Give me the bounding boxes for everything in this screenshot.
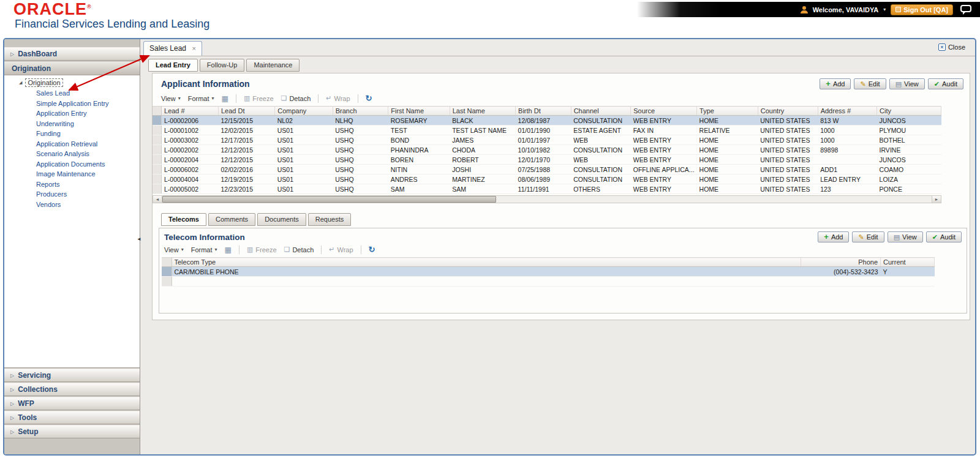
column-header-telecom-type[interactable]: Telecom Type: [172, 258, 801, 267]
export-icon[interactable]: ▦: [222, 94, 228, 103]
column-header-phone[interactable]: Phone: [801, 258, 881, 267]
freeze-button[interactable]: ▥Freeze: [244, 94, 274, 102]
scrollbar-track[interactable]: [162, 196, 932, 203]
sidebar-item-underwriting[interactable]: Underwriting: [4, 119, 140, 129]
sidebar-item-producers[interactable]: Producers: [4, 189, 140, 200]
sidebar-item-application-retrieval[interactable]: Application Retrieval: [4, 139, 140, 149]
add-button[interactable]: +Add: [820, 78, 851, 89]
table-row[interactable]: L-0000100212/02/2015US01USHQTESTTEST LAS…: [153, 126, 941, 135]
tab-maintenance[interactable]: Maintenance: [246, 59, 300, 72]
table-row[interactable]: L-0000400412/19/2015US01USHQANDRESMARTIN…: [153, 175, 941, 184]
table-row[interactable]: L-0000200612/15/2015NL02NLHQROSEMARYBLAC…: [153, 116, 941, 126]
view-button[interactable]: ▤View: [888, 231, 923, 242]
audit-button[interactable]: ✔Audit: [926, 231, 962, 242]
sidebar-section-wfp[interactable]: ▷WFP: [4, 397, 140, 410]
detach-button[interactable]: ❏Detach: [284, 246, 314, 253]
sidebar-section-dashboard[interactable]: ▷ DashBoard: [4, 47, 140, 61]
welcome-menu[interactable]: Welcome, VAVAIDYA: [813, 6, 879, 13]
scroll-right-button[interactable]: ►: [932, 196, 941, 203]
sidebar-item-vendors[interactable]: Vendors: [4, 200, 140, 210]
cell: US01: [275, 126, 333, 135]
tab-comments[interactable]: Comments: [208, 213, 255, 226]
telecom-panel: Telecom Information +Add ✎Edit ▤View ✔Au…: [159, 228, 967, 313]
sidebar-section-servicing[interactable]: ▷Servicing: [4, 369, 140, 382]
tab-lead-entry[interactable]: Lead Entry: [148, 59, 198, 72]
sidebar-section-origination[interactable]: Origination: [4, 62, 140, 75]
tree-node-origination[interactable]: ◢ Origination: [4, 78, 140, 87]
wrap-button[interactable]: ↵Wrap: [329, 246, 353, 253]
row-gutter[interactable]: [162, 267, 172, 277]
column-header-address-[interactable]: Address #: [818, 107, 876, 116]
refresh-icon[interactable]: ↻: [366, 94, 372, 103]
row-gutter[interactable]: [153, 126, 162, 135]
table-row[interactable]: L-0000200212/12/2015US01USHQPHANINDRACHO…: [153, 145, 941, 155]
wrap-button[interactable]: ↵Wrap: [326, 94, 350, 102]
tab-documents[interactable]: Documents: [257, 213, 306, 226]
column-header-channel[interactable]: Channel: [571, 107, 631, 116]
sidebar-collapse-handle[interactable]: ◄: [137, 236, 141, 242]
freeze-button[interactable]: ▥Freeze: [247, 246, 277, 253]
tab-requests[interactable]: Requests: [308, 213, 351, 226]
sidebar-item-application-documents[interactable]: Application Documents: [4, 159, 140, 170]
table-row[interactable]: CAR/MOBILE PHONE(004)-532-3423Y: [162, 267, 935, 277]
sidebar-section-tools[interactable]: ▷Tools: [4, 411, 140, 424]
tab-follow-up[interactable]: Follow-Up: [200, 59, 245, 72]
format-menu[interactable]: Format▾: [188, 95, 214, 102]
add-button[interactable]: +Add: [818, 231, 849, 242]
table-row[interactable]: L-0000600202/02/2016US01USHQNITINJOSHI07…: [153, 165, 941, 175]
chat-icon[interactable]: [960, 5, 971, 12]
column-header-type[interactable]: Type: [697, 107, 758, 116]
sidebar-item-sales-lead[interactable]: Sales Lead: [4, 88, 140, 99]
column-header-country[interactable]: Country: [758, 107, 818, 116]
tab-sales-lead[interactable]: Sales Lead ×: [143, 41, 202, 56]
row-gutter[interactable]: [153, 184, 162, 194]
detach-button[interactable]: ❏Detach: [281, 94, 311, 102]
column-header-city[interactable]: City: [877, 107, 941, 116]
tab-close-icon[interactable]: ×: [192, 45, 195, 52]
sidebar-item-image-maintenance[interactable]: Image Maintenance: [4, 169, 140, 179]
cell: HOME: [697, 116, 758, 126]
table-row[interactable]: L-0000500212/23/2015US01USHQSAMSAM11/11/…: [153, 184, 941, 194]
column-header-first-name[interactable]: First Name: [388, 107, 450, 116]
column-header-lead-[interactable]: Lead #: [162, 107, 219, 116]
close-button[interactable]: × Close: [938, 43, 965, 51]
row-gutter[interactable]: [153, 165, 162, 175]
edit-button[interactable]: ✎Edit: [852, 231, 884, 242]
export-icon[interactable]: ▦: [225, 246, 232, 254]
row-gutter[interactable]: [153, 175, 162, 184]
row-gutter[interactable]: [153, 155, 162, 165]
sidebar-item-application-entry[interactable]: Application Entry: [4, 108, 140, 119]
sign-out-button[interactable]: Sign Out [QA]: [891, 4, 953, 15]
sidebar-item-funding[interactable]: Funding: [4, 129, 140, 139]
row-gutter[interactable]: [153, 135, 162, 145]
view-button[interactable]: ▤View: [889, 78, 925, 89]
scroll-left-button[interactable]: ◄: [153, 196, 162, 203]
cell: FAX IN: [631, 126, 697, 135]
row-gutter[interactable]: [153, 116, 162, 126]
sidebar-item-reports[interactable]: Reports: [4, 179, 140, 190]
column-header-current[interactable]: Current: [881, 258, 935, 267]
column-header-birth-dt[interactable]: Birth Dt: [516, 107, 571, 116]
sidebar-item-simple-application-entry[interactable]: Simple Application Entry: [4, 99, 140, 109]
view-menu[interactable]: View▾: [164, 246, 184, 253]
column-header-company[interactable]: Company: [275, 107, 333, 116]
view-menu[interactable]: View▾: [161, 95, 181, 102]
column-header-lead-dt[interactable]: Lead Dt: [219, 107, 275, 116]
column-header-source[interactable]: Source: [631, 107, 697, 116]
sidebar-section-setup[interactable]: ▷Setup: [4, 425, 140, 438]
refresh-icon[interactable]: ↻: [369, 245, 375, 254]
edit-button[interactable]: ✎Edit: [854, 78, 886, 89]
row-gutter[interactable]: [153, 145, 162, 155]
format-menu[interactable]: Format▾: [191, 246, 217, 253]
column-header-branch[interactable]: Branch: [333, 107, 388, 116]
tab-telecoms[interactable]: Telecoms: [161, 213, 206, 226]
column-header-last-name[interactable]: Last Name: [450, 107, 515, 116]
table-row[interactable]: L-0000300212/17/2015US01USHQBONDJAMES01/…: [153, 135, 941, 145]
cell: RELATIVE: [697, 126, 758, 135]
sidebar-item-scenario-analysis[interactable]: Scenario Analysis: [4, 149, 140, 159]
audit-button[interactable]: ✔Audit: [928, 78, 963, 89]
table-row[interactable]: L-0000200412/12/2015US01USHQBORENROBERT1…: [153, 155, 941, 165]
scrollbar-thumb[interactable]: [162, 196, 496, 203]
horizontal-scrollbar[interactable]: ◄ ►: [153, 195, 941, 203]
sidebar-section-collections[interactable]: ▷Collections: [4, 383, 140, 396]
